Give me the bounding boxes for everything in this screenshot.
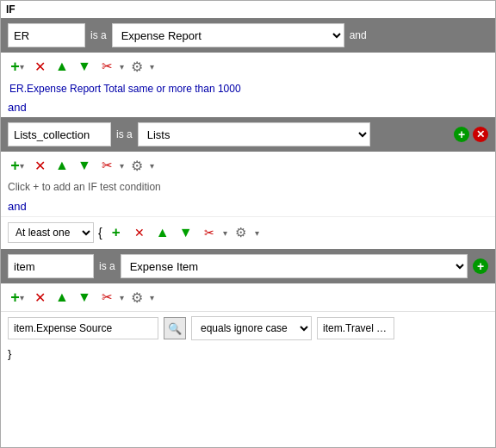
toolbar-row-2: +▾ ✕ ▲ ▼ ✂ ▾ ⚙ ▾ (1, 152, 495, 179)
scissors-dropdown-3[interactable]: ▾ (223, 228, 227, 238)
gear-btn-2[interactable]: ⚙ (127, 156, 146, 175)
closing-brace: } (1, 345, 495, 363)
add-btn-1[interactable]: +▾ (8, 57, 27, 76)
gear-dropdown-4[interactable]: ▾ (150, 293, 154, 302)
add-green-btn-2[interactable]: + (454, 127, 469, 142)
up-btn-2[interactable]: ▲ (53, 156, 71, 175)
scissors-dropdown-2[interactable]: ▾ (120, 161, 124, 171)
add-green-btn-3[interactable]: + (473, 258, 488, 274)
gear-btn-1[interactable]: ⚙ (127, 57, 146, 76)
add-btn-2[interactable]: +▾ (8, 156, 27, 175)
delete-btn-2[interactable]: ✕ (30, 156, 49, 175)
toolbar-row-4: +▾ ✕ ▲ ▼ ✂ ▾ ⚙ ▾ (1, 283, 495, 311)
expense-item-dropdown[interactable]: Expense Item (121, 254, 468, 278)
condition-row-2: is a Lists + ✕ (1, 117, 495, 152)
down-btn-4[interactable]: ▼ (75, 288, 94, 307)
and-suffix-1: and (350, 29, 367, 41)
scissors-btn-2[interactable]: ✂ (97, 156, 116, 175)
is-a-label-3: is a (99, 260, 115, 272)
and-label-2: and (1, 196, 495, 216)
scissors-dropdown-1[interactable]: ▾ (120, 62, 124, 72)
is-a-label-1: is a (90, 29, 107, 41)
and-label-1: and (1, 97, 495, 117)
item-input[interactable] (8, 254, 94, 278)
at-least-row: At least one { + ✕ ▲ ▼ ✂ ▾ ⚙ ▾ (1, 216, 495, 247)
gear-dropdown-2[interactable]: ▾ (150, 161, 154, 171)
down-btn-3[interactable]: ▼ (177, 223, 195, 242)
up-btn-3[interactable]: ▲ (153, 223, 172, 242)
delete-btn-3[interactable]: ✕ (130, 223, 149, 242)
gear-dropdown-3[interactable]: ▾ (255, 228, 259, 238)
delete-btn-1[interactable]: ✕ (30, 57, 49, 76)
open-brace: { (98, 226, 102, 240)
target-field-input[interactable] (317, 317, 394, 339)
hint-text: Click + to add an IF test condition (1, 179, 495, 196)
er-input[interactable] (8, 23, 85, 47)
down-btn-2[interactable]: ▼ (75, 156, 94, 175)
add-btn-4[interactable]: +▾ (8, 288, 27, 307)
if-label: IF (1, 1, 495, 18)
is-a-label-2: is a (116, 128, 133, 140)
bottom-condition-row: 🔍 equals ignore case (1, 311, 495, 345)
operator-dropdown[interactable]: equals ignore case (191, 316, 312, 340)
lists-dropdown[interactable]: Lists (138, 122, 370, 146)
at-least-dropdown[interactable]: At least one (8, 222, 94, 243)
toolbar-row-1: +▾ ✕ ▲ ▼ ✂ ▾ ⚙ ▾ (1, 53, 495, 80)
source-field-input[interactable] (8, 317, 158, 339)
scissors-btn-3[interactable]: ✂ (200, 223, 219, 242)
scissors-btn-1[interactable]: ✂ (97, 57, 116, 76)
up-btn-1[interactable]: ▲ (53, 57, 71, 76)
scissors-dropdown-4[interactable]: ▾ (120, 293, 124, 302)
down-btn-1[interactable]: ▼ (75, 57, 94, 76)
condition-row-1: is a Expense Report and (1, 18, 495, 53)
condition-row-3: is a Expense Item + (1, 249, 495, 283)
search-btn[interactable]: 🔍 (164, 317, 186, 339)
delete-btn-4[interactable]: ✕ (30, 288, 49, 307)
summary-text-1: ER.Expense Report Total same or more tha… (1, 80, 495, 97)
gear-btn-3[interactable]: ⚙ (232, 223, 251, 242)
scissors-btn-4[interactable]: ✂ (97, 288, 116, 307)
remove-red-btn-2[interactable]: ✕ (473, 127, 488, 142)
gear-btn-4[interactable]: ⚙ (127, 288, 146, 307)
add-btn-3[interactable]: + (107, 223, 126, 242)
up-btn-4[interactable]: ▲ (53, 288, 71, 307)
gear-dropdown-1[interactable]: ▾ (150, 62, 154, 72)
expense-report-dropdown[interactable]: Expense Report (112, 23, 344, 47)
lists-collection-input[interactable] (8, 122, 111, 146)
